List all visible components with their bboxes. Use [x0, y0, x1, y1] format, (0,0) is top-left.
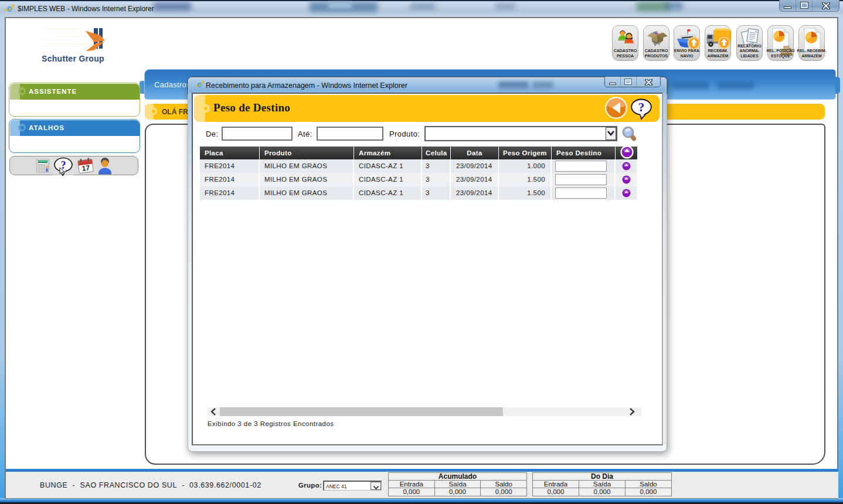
- svg-text:?: ?: [638, 100, 645, 114]
- svg-text:17: 17: [81, 164, 90, 173]
